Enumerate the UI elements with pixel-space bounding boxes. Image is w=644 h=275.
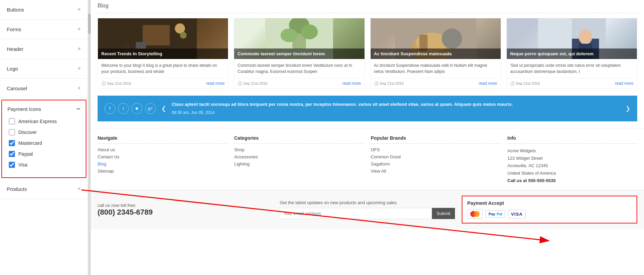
nav-item-contact: Contact Us: [98, 154, 227, 159]
blog-card-image-3: Ac tincidunt Suspendisse malesuada: [371, 18, 501, 59]
social-icons: f t ■ g+: [104, 103, 156, 114]
rss-icon[interactable]: ■: [131, 103, 142, 114]
blog-card-title-1: Recent Trends In Storytelling: [98, 48, 228, 59]
blog-card-text-3: Ac tincidunt Suspendisse malesuada velit…: [374, 62, 497, 75]
nav-item-blog: Blog: [98, 161, 227, 166]
main-content: Blog Recent Trends In Storytelling Welco…: [91, 0, 644, 275]
newsletter-text: Get the latest updates on new products a…: [280, 200, 455, 205]
payment-accept-box: Payment Accept PayPal VISA: [462, 196, 637, 223]
footer-brands: Popular Brands OFS Common Good Sagaform …: [371, 135, 501, 184]
footer-columns: Navigate About us Contact Us Blog Sitema…: [91, 128, 644, 190]
paypal-label: Paypal: [18, 151, 33, 157]
blog-card-footer-4: 🕐 Sep 21st 2016 read more: [507, 78, 637, 89]
googleplus-icon[interactable]: g+: [145, 103, 156, 114]
american-express-checkbox[interactable]: [9, 118, 15, 124]
discover-checkbox[interactable]: [9, 129, 15, 135]
twitter-icon[interactable]: t: [118, 103, 129, 114]
toll-free-number: (800) 2345-6789: [98, 208, 273, 217]
expand-icon: +: [77, 65, 81, 72]
navigate-list: About us Contact Us Blog Sitemap: [98, 147, 227, 174]
sidebar: Buttons + Forms + Header + Logo + Carous…: [0, 0, 88, 275]
sidebar-item-label: Forms: [7, 26, 21, 32]
expand-icon: +: [77, 185, 81, 193]
sidebar-item-label: Carousel: [7, 85, 27, 91]
blog-card-text-4: 'Sed ut perspiciatis unde omnis iste nat…: [510, 62, 633, 75]
newsletter-form: Submit: [280, 208, 455, 219]
read-more-link-3[interactable]: read more: [479, 81, 497, 86]
brand-ofs: OFS: [371, 147, 501, 152]
sidebar-item-products[interactable]: Products +: [0, 179, 88, 199]
newsletter-input[interactable]: [280, 208, 432, 219]
blog-card-4: Neque porro quisquam est, qui dolorem 'S…: [506, 18, 637, 89]
read-more-link-4[interactable]: read more: [615, 81, 633, 86]
blog-card-body-1: Welcome to your blog! A blog is a great …: [98, 59, 228, 78]
expand-icon: +: [77, 6, 81, 13]
blog-card-text-2: Commodo laoreet semper tincidunt lorem V…: [237, 62, 361, 75]
svg-point-8: [281, 28, 297, 42]
payment-icons-header: Payment Icons −: [7, 105, 80, 113]
blog-card-footer-1: 🕐 Sep 21st 2016 read more: [98, 78, 228, 89]
checkbox-visa: Visa: [9, 162, 80, 168]
facebook-icon[interactable]: f: [104, 103, 115, 114]
visa-checkbox[interactable]: [9, 162, 15, 168]
svg-rect-1: [143, 25, 170, 45]
sidebar-item-buttons[interactable]: Buttons +: [0, 0, 88, 20]
expand-icon: +: [77, 45, 81, 53]
blog-card-footer-3: 🕐 Sep 21st 2016 read more: [371, 78, 501, 89]
footer-navigate: Navigate About us Contact Us Blog Sitema…: [98, 135, 227, 184]
footer-categories: Categories Shop Accessories Lighting: [234, 135, 364, 184]
blog-title: Blog: [98, 0, 637, 13]
testimonial-prev[interactable]: ❮: [161, 105, 166, 112]
info-street: 123 Widget Street: [507, 155, 637, 162]
categories-title: Categories: [234, 135, 364, 144]
checkbox-discover: Discover: [9, 129, 80, 135]
bottom-bar: call us now toll free: (800) 2345-6789 G…: [91, 190, 644, 229]
blog-card-text-1: Welcome to your blog! A blog is a great …: [101, 62, 225, 75]
testimonial-next[interactable]: ❯: [625, 105, 630, 112]
sidebar-item-payment-icons: Payment Icons − American Express Discove…: [1, 100, 86, 178]
categories-list: Shop Accessories Lighting: [234, 147, 364, 166]
paypal-checkbox[interactable]: [9, 151, 15, 157]
brand-sagaform: Sagaform: [371, 161, 501, 166]
testimonial-bar: f t ■ g+ ❮ Class aptent taciti sociosqu …: [98, 96, 637, 121]
sidebar-item-logo[interactable]: Logo +: [0, 59, 88, 79]
brands-list: OFS Common Good Sagaform View All: [371, 147, 501, 174]
blog-card-image-2: Commodo laoreet semper tincidunt lorem: [234, 18, 364, 59]
payment-icons-list: American Express Discover Mastercard Pay…: [7, 118, 80, 173]
toll-free-section: call us now toll free: (800) 2345-6789: [98, 203, 273, 217]
nav-blog-link[interactable]: Blog: [98, 161, 106, 166]
paypal-badge: PayPal: [485, 210, 505, 218]
brand-view-all: View All: [371, 169, 501, 174]
read-more-link-1[interactable]: read more: [206, 81, 225, 86]
info-company: Acme Widgets: [507, 147, 637, 155]
svg-point-9: [301, 24, 318, 39]
sidebar-item-forms[interactable]: Forms +: [0, 20, 88, 39]
blog-card-title-2: Commodo laoreet semper tincidunt lorem: [234, 48, 364, 59]
discover-label: Discover: [18, 130, 37, 135]
newsletter-submit[interactable]: Submit: [432, 208, 455, 219]
info-address: Acme Widgets 123 Widget Street Acmeville…: [507, 147, 637, 184]
sidebar-item-carousel[interactable]: Carousel +: [0, 79, 88, 98]
navigate-title: Navigate: [98, 135, 227, 144]
info-country: United States of America: [507, 170, 637, 177]
collapse-icon[interactable]: −: [76, 105, 80, 113]
paypal-p2: Pal: [497, 212, 502, 216]
blog-card-date-4: 🕐 Sep 21st 2016: [510, 81, 540, 86]
checkbox-mastercard: Mastercard: [9, 140, 80, 146]
payment-icons-row: PayPal VISA: [467, 209, 632, 219]
sidebar-item-label: Products: [7, 186, 27, 192]
read-more-link-2[interactable]: read more: [342, 81, 361, 86]
checkbox-paypal: Paypal: [9, 151, 80, 157]
blog-card-footer-2: 🕐 Sep 21st 2016 read more: [234, 78, 364, 89]
svg-point-14: [442, 28, 462, 49]
expand-icon: +: [77, 26, 81, 33]
cat-accessories: Accessories: [234, 154, 364, 159]
mastercard-badge: [467, 209, 483, 219]
sidebar-item-header[interactable]: Header +: [0, 39, 88, 59]
visa-label: VISA: [511, 212, 522, 217]
mastercard-checkbox[interactable]: [9, 140, 15, 146]
newsletter-section: Get the latest updates on new products a…: [280, 200, 455, 219]
visa-label: Visa: [18, 162, 27, 168]
american-express-label: American Express: [18, 119, 57, 124]
mastercard-label: Mastercard: [18, 140, 42, 146]
